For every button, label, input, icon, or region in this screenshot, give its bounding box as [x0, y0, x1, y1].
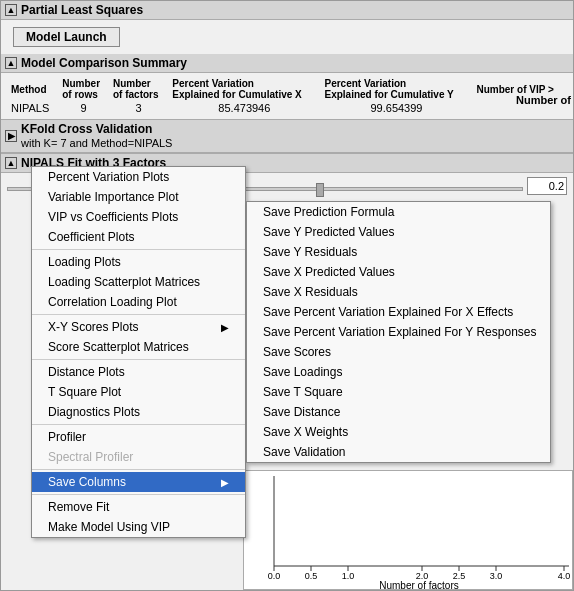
left-context-menu: Percent Variation Plots Variable Importa… [31, 166, 246, 538]
menu-item-tsquare-plot[interactable]: T Square Plot [32, 382, 245, 402]
col-rows: Numberof rows [58, 77, 109, 101]
menu-item-spectral-profiler: Spectral Profiler [32, 447, 245, 467]
col-method: Method [7, 77, 58, 101]
menu-item-percent-variation-plots[interactable]: Percent Variation Plots [32, 167, 245, 187]
col-pct-x: Percent VariationExplained for Cumulativ… [168, 77, 320, 101]
model-comparison-table: Method Numberof rows Numberof factors Pe… [7, 77, 567, 115]
kfold-header: ▶ KFold Cross Validationwith K= 7 and Me… [1, 119, 573, 153]
model-launch-button[interactable]: Model Launch [13, 27, 120, 47]
chart-area: 0.0 0.5 1.0 2.0 2.5 3.0 4.0 Number of fa… [243, 470, 573, 590]
menu-item-loading-scatterplot[interactable]: Loading Scatterplot Matrices [32, 272, 245, 292]
model-comparison-collapse-icon[interactable]: ▲ [5, 57, 17, 69]
menu-item-save-y-predicted[interactable]: Save Y Predicted Values [247, 222, 550, 242]
menu-item-variable-importance-plot[interactable]: Variable Importance Plot [32, 187, 245, 207]
kfold-title: KFold Cross Validationwith K= 7 and Meth… [21, 122, 172, 150]
menu-item-save-pct-y-responses[interactable]: Save Percent Variation Explained For Y R… [247, 322, 550, 342]
separator-5 [32, 469, 245, 470]
kfold-subtitle: with K= 7 and Method=NIPALS [21, 137, 172, 149]
menu-item-save-loadings[interactable]: Save Loadings [247, 362, 550, 382]
menu-item-distance-plots[interactable]: Distance Plots [32, 362, 245, 382]
model-comparison-title: Model Comparison Summary [21, 56, 187, 70]
menu-item-save-tsquare[interactable]: Save T Square [247, 382, 550, 402]
model-comparison-table-section: Method Numberof rows Numberof factors Pe… [1, 73, 573, 119]
cell-rows: 9 [58, 101, 109, 115]
pls-title: Partial Least Squares [21, 3, 143, 17]
cell-factors: 3 [109, 101, 168, 115]
right-context-menu: Save Prediction Formula Save Y Predicted… [246, 201, 551, 463]
pls-header: ▲ Partial Least Squares [1, 1, 573, 20]
menu-item-save-validation[interactable]: Save Validation [247, 442, 550, 462]
menu-item-loading-plots[interactable]: Loading Plots [32, 252, 245, 272]
x-tick-1: 1.0 [342, 571, 355, 581]
menu-item-save-scores[interactable]: Save Scores [247, 342, 550, 362]
menu-item-save-pct-x-effects[interactable]: Save Percent Variation Explained For X E… [247, 302, 550, 322]
nipals-collapse-icon[interactable]: ▲ [5, 157, 17, 169]
save-columns-arrow: ▶ [221, 477, 229, 488]
menu-item-save-y-residuals[interactable]: Save Y Residuals [247, 242, 550, 262]
main-panel: ▲ Partial Least Squares Model Launch ▲ M… [0, 0, 574, 591]
table-row: NIPALS 9 3 85.473946 99.654399 [7, 101, 567, 115]
x-tick-3: 3.0 [490, 571, 503, 581]
menu-item-make-model-vip[interactable]: Make Model Using VIP [32, 517, 245, 537]
menu-item-save-x-weights[interactable]: Save X Weights [247, 422, 550, 442]
cell-pct-y: 99.654399 [320, 101, 472, 115]
model-launch-container: Model Launch [1, 20, 573, 54]
menu-item-save-distance[interactable]: Save Distance [247, 402, 550, 422]
number-of-vip-label: Number of [516, 94, 571, 106]
menu-item-diagnostics-plots[interactable]: Diagnostics Plots [32, 402, 245, 422]
menu-item-save-columns[interactable]: Save Columns ▶ [32, 472, 245, 492]
menu-item-save-columns-label: Save Columns [48, 475, 126, 489]
separator-1 [32, 249, 245, 250]
menu-item-score-scatterplot[interactable]: Score Scatterplot Matrices [32, 337, 245, 357]
menu-item-correlation-loading[interactable]: Correlation Loading Plot [32, 292, 245, 312]
vip-threshold-input[interactable] [527, 177, 567, 195]
menu-item-coefficient-plots[interactable]: Coefficient Plots [32, 227, 245, 247]
chart-inner: 0.0 0.5 1.0 2.0 2.5 3.0 4.0 Number of fa… [244, 471, 572, 589]
menu-item-vip-coefficients-plots[interactable]: VIP vs Coefficients Plots [32, 207, 245, 227]
cell-pct-x: 85.473946 [168, 101, 320, 115]
menu-item-remove-fit[interactable]: Remove Fit [32, 497, 245, 517]
separator-4 [32, 424, 245, 425]
chart-x-label: Number of factors [379, 580, 458, 589]
col-pct-y: Percent VariationExplained for Cumulativ… [320, 77, 472, 101]
menu-item-xy-scores-label: X-Y Scores Plots [48, 320, 138, 334]
menu-item-profiler[interactable]: Profiler [32, 427, 245, 447]
slider-thumb[interactable] [316, 183, 324, 197]
x-tick-4: 4.0 [558, 571, 571, 581]
cell-method: NIPALS [7, 101, 58, 115]
x-tick-05: 0.5 [305, 571, 318, 581]
kfold-expand-icon[interactable]: ▶ [5, 130, 17, 142]
pls-collapse-icon[interactable]: ▲ [5, 4, 17, 16]
menu-item-save-x-predicted[interactable]: Save X Predicted Values [247, 262, 550, 282]
menu-item-xy-scores[interactable]: X-Y Scores Plots ▶ [32, 317, 245, 337]
separator-6 [32, 494, 245, 495]
xy-scores-arrow: ▶ [221, 322, 229, 333]
col-factors: Numberof factors [109, 77, 168, 101]
chart-svg: 0.0 0.5 1.0 2.0 2.5 3.0 4.0 Number of fa… [244, 471, 572, 589]
x-tick-0: 0.0 [268, 571, 281, 581]
separator-3 [32, 359, 245, 360]
menu-item-save-x-residuals[interactable]: Save X Residuals [247, 282, 550, 302]
model-comparison-header: ▲ Model Comparison Summary [1, 54, 573, 73]
menu-item-save-prediction-formula[interactable]: Save Prediction Formula [247, 202, 550, 222]
separator-2 [32, 314, 245, 315]
